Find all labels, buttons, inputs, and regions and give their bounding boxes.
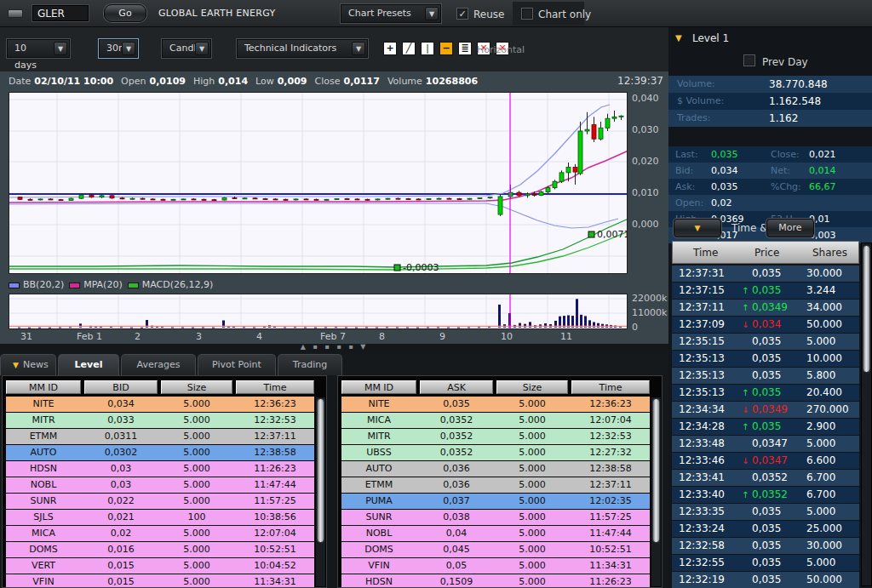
level2-row[interactable]: ETMM0,03115.00012:37:11: [6, 429, 314, 444]
time-sales-scrollbar[interactable]: [861, 243, 872, 586]
chevron-down-icon[interactable]: ▼: [54, 42, 67, 55]
level2-header-time[interactable]: Time: [571, 380, 650, 394]
level2-row[interactable]: HDSN0,035.00011:26:23: [6, 461, 314, 477]
level2-row[interactable]: NOBL0,035.00011:47:44: [6, 477, 314, 493]
level2-row[interactable]: AUTO0,03025.00012:38:58: [6, 445, 314, 460]
time-sales-row[interactable]: 12:32:190,03550.000: [672, 572, 859, 588]
level2-row[interactable]: VFIN0,0155.00011:34:31: [6, 574, 314, 588]
view-dropdown-button[interactable]: ▼: [674, 219, 721, 237]
ticker-input[interactable]: [32, 5, 89, 21]
chevron-down-icon[interactable]: ▼: [195, 42, 209, 55]
level2-row[interactable]: ETMM0,0365.00012:37:11: [341, 477, 650, 493]
level2-row[interactable]: MITR0,0335.00012:32:53: [6, 413, 314, 428]
time-sales-row[interactable]: 12:35:150,0355.000: [672, 334, 859, 350]
tab-level-2[interactable]: Level 2: [58, 354, 119, 375]
level2-row[interactable]: PUMA0,0375.00012:02:35: [341, 494, 650, 509]
scrollbar-thumb[interactable]: [863, 245, 870, 373]
reuse-checkbox[interactable]: ✓: [456, 8, 468, 20]
level2-row[interactable]: DOMS0,0165.00010:52:51: [6, 542, 314, 557]
time-sales-row[interactable]: 12:33:480,03475.000: [672, 436, 859, 452]
time-sales-row[interactable]: 12:33:410,03526.700: [672, 470, 859, 486]
time-sales-row[interactable]: 12:32:580,03530.000: [672, 538, 859, 554]
tab-pivot-point[interactable]: Pivot Point: [198, 354, 276, 375]
more-button[interactable]: More: [766, 219, 814, 237]
chart-pager[interactable]: ▲ ▪ ▪ ▪ ▪ ▼: [0, 343, 668, 353]
chart-type-dropdown[interactable]: Candle ▼: [162, 39, 211, 58]
level2-row[interactable]: MICA0,03525.00012:07:04: [341, 413, 650, 428]
level2-row[interactable]: VERT0,0155.00010:04:52: [6, 558, 314, 574]
interval-dropdown[interactable]: 30m ▼: [99, 39, 138, 58]
chevron-down-icon[interactable]: ▼: [122, 42, 135, 55]
pager-down-icon[interactable]: ▼: [360, 343, 368, 351]
time-sales-row[interactable]: 12:37:310,03530.000: [672, 265, 859, 282]
time-sales-row[interactable]: 12:33:46↓0,03476.600: [672, 453, 859, 469]
time-sales-row[interactable]: 12:33:350,0355.000: [672, 504, 859, 520]
trade-time: 12:32:58: [679, 538, 725, 554]
time-sales-row[interactable]: 12:33:40↑0,03526.700: [672, 487, 859, 503]
go-button[interactable]: Go: [104, 4, 146, 22]
tab-news[interactable]: ▼News: [0, 354, 56, 375]
time-sales-row[interactable]: 12:34:28↑0,0352.900: [672, 419, 859, 435]
trendline-icon[interactable]: ╱: [402, 42, 416, 55]
time-cell: 12:36:23: [571, 397, 650, 412]
col-time[interactable]: Time: [693, 247, 718, 259]
time-sales-row[interactable]: 12:37:15↑0,0353.244: [672, 283, 859, 299]
price-tick: 0,010: [632, 187, 659, 198]
level2-header-mmid[interactable]: MM ID: [341, 380, 416, 394]
level2-header-mmid[interactable]: MM ID: [6, 380, 81, 394]
lines-list-icon[interactable]: ≣: [458, 42, 472, 55]
level2-row[interactable]: SJLS0,02110010:38:56: [6, 510, 314, 525]
collapse-icon[interactable]: ▼: [675, 33, 682, 43]
time-sales-row[interactable]: 12:37:09↓0,03450.000: [672, 317, 859, 333]
level2-header-size[interactable]: Size: [496, 380, 568, 394]
chart-presets-dropdown[interactable]: Chart Presets ▼: [341, 4, 441, 23]
volume-chart[interactable]: [9, 294, 628, 329]
scrollbar-thumb[interactable]: [652, 398, 660, 543]
time-sales-row[interactable]: 12:34:34↓0,0349270.000: [672, 402, 859, 418]
level2-row[interactable]: SUNR0,0225.00011:57:25: [6, 494, 314, 509]
level2-row[interactable]: AUTO0,0365.00012:38:58: [341, 461, 650, 477]
level2-row[interactable]: MICA0,025.00012:07:04: [6, 526, 314, 541]
level2-scrollbar[interactable]: [315, 397, 326, 587]
col-shares[interactable]: Shares: [812, 247, 847, 259]
scrollbar-thumb[interactable]: [317, 398, 324, 543]
chevron-down-icon[interactable]: ▼: [352, 42, 365, 55]
price-chart[interactable]: -0,00030,0071: [9, 92, 628, 274]
vertical-line-icon[interactable]: ❘: [421, 42, 434, 55]
level2-row[interactable]: NITE0,0345.00012:36:23: [6, 397, 314, 412]
add-icon[interactable]: +: [383, 42, 397, 55]
level2-row[interactable]: DOMS0,0455.00010:52:51: [341, 542, 650, 557]
time-sales-row[interactable]: 12:32:550,0355.000: [672, 555, 859, 571]
level2-row[interactable]: HDSN0,15095.00011:26:23: [341, 574, 650, 588]
technical-indicators-dropdown[interactable]: Technical Indicators ▼: [237, 39, 368, 58]
time-sales-row[interactable]: 12:35:13↑0,03520.400: [672, 385, 859, 401]
tab-averages[interactable]: Averages: [121, 354, 196, 375]
level2-row[interactable]: MITR0,03525.00012:32:53: [341, 429, 650, 444]
level2-header-size[interactable]: Size: [161, 380, 232, 394]
time-sales-row[interactable]: 12:35:130,0355.800: [672, 368, 859, 384]
prev-day-checkbox[interactable]: [743, 54, 755, 66]
range-dropdown[interactable]: 10 days ▼: [7, 39, 70, 58]
time-sales-row[interactable]: 12:37:11↑0,034934.000: [672, 300, 859, 316]
col-price[interactable]: Price: [754, 247, 779, 259]
time-sales-row[interactable]: 12:35:130,03510.000: [672, 351, 859, 367]
time-sales-row[interactable]: 12:33:240,03525.000: [672, 521, 859, 537]
level2-row[interactable]: NITE0,0355.00012:36:23: [341, 397, 650, 412]
tab-dropdown-icon[interactable]: ▼: [13, 361, 19, 369]
window-menu-icon[interactable]: [8, 9, 23, 18]
level2-header-time[interactable]: Time: [236, 380, 314, 394]
level2-row[interactable]: VFIN0,055.00011:34:31: [341, 558, 650, 574]
chevron-down-icon[interactable]: ▼: [425, 7, 439, 20]
tab-trading[interactable]: Trading: [278, 354, 342, 375]
level2-row[interactable]: NOBL0,045.00011:47:44: [341, 526, 650, 541]
level2-header-ask[interactable]: ASK: [420, 380, 493, 394]
chart-only-checkbox[interactable]: [521, 8, 533, 20]
horizontal-line-icon[interactable]: −: [439, 42, 453, 55]
pager-up-icon[interactable]: ▲: [301, 343, 308, 351]
price-cell: 0,034: [84, 397, 158, 412]
level2-scrollbar[interactable]: [651, 397, 662, 587]
level2-row[interactable]: UBSS0,03525.00012:27:32: [341, 445, 650, 460]
level2-row[interactable]: SUNR0,0385.00011:57:25: [341, 510, 650, 525]
time-cell: 10:38:56: [236, 510, 314, 525]
level2-header-bid[interactable]: BID: [84, 380, 158, 394]
